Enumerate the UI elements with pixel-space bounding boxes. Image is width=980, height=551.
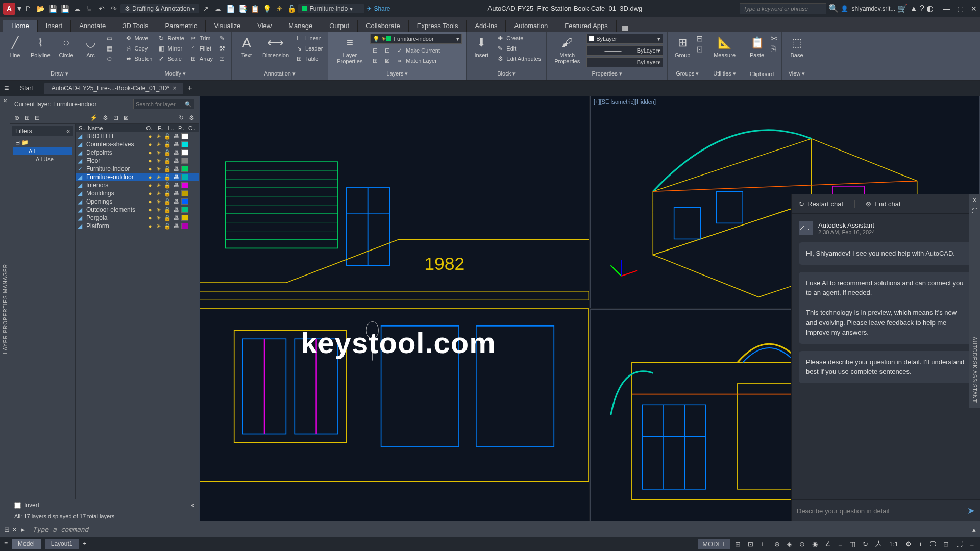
cart-icon[interactable]: 🛒 [897,4,908,13]
tab-parametric[interactable]: Parametric [157,20,206,32]
measure-button[interactable]: 📐Measure [712,34,738,59]
plot-icon[interactable]: 🖶 [173,198,180,205]
lock-icon[interactable]: 🔓 [164,215,171,221]
panel-label[interactable]: Properties ▾ [551,69,663,78]
lock-icon[interactable]: 🔓 [164,174,171,181]
layer-row[interactable]: ◢ Mouldings ● ☀ 🔓 🖶 [76,189,199,197]
plot-icon[interactable]: 🖶 [173,166,180,172]
layer-row[interactable]: ◢ Defpoints ● ☀ 🔓 🖶 [76,148,199,157]
plot-icon[interactable]: 🖶 [173,141,180,147]
start-tab[interactable]: Start [13,83,40,94]
tree-root[interactable]: ⊟ 📁 [13,138,72,147]
freeze-icon[interactable]: ☀ [155,133,162,140]
freeze-icon[interactable]: ☀ [155,182,162,189]
save-icon[interactable]: 💾 [48,4,57,13]
close-icon[interactable]: ✕ [972,197,977,204]
on-icon[interactable]: ● [146,190,154,196]
move-button[interactable]: ✥Move [124,34,154,43]
scale-button[interactable]: ⤢Scale [156,54,185,63]
share-icon[interactable]: ↗ [201,4,210,13]
tab-automation[interactable]: Automation [506,20,556,32]
layer-state2-icon[interactable]: ⚙ [103,114,108,121]
ortho-icon[interactable]: ∟ [758,540,769,548]
polar-icon[interactable]: ⊕ [772,540,782,548]
plot-icon[interactable]: 🖶 [173,182,180,188]
color-swatch[interactable] [181,141,188,147]
layer-row[interactable]: ◢ Pergola ● ☀ 🔓 🖶 [76,214,199,222]
menu-icon[interactable]: ≡ [4,84,9,93]
color-swatch[interactable] [181,166,188,172]
plot-icon[interactable]: 🖶 [173,149,180,156]
table-button[interactable]: ⊞Table [294,54,324,63]
create-button[interactable]: ✚Create [495,34,542,43]
panel-label[interactable]: Annotation ▾ [236,69,324,78]
transparency-icon[interactable]: ◫ [847,540,857,548]
workspace-selector[interactable]: ⚙ Drafting & Annotation ▾ [120,4,199,13]
plot-icon[interactable]: 🖶 [173,174,180,180]
lock-icon[interactable]: 🔓 [164,198,171,205]
freeze-icon[interactable]: ☀ [155,149,162,156]
plus-icon[interactable]: + [917,540,925,548]
layer-search-input[interactable]: Search for layer🔍 [133,99,194,109]
insert-button[interactable]: ⬇Insert [471,34,492,59]
lock-icon[interactable]: 🔓 [287,4,296,13]
tab-collaborate[interactable]: Collaborate [358,20,409,32]
panel-label[interactable]: Draw ▾ [4,69,115,78]
layer-row[interactable]: ◢ Furniture-outdoor ● ☀ 🔓 🖶 [76,173,199,181]
layer-state-icon[interactable]: ⚡ [90,114,97,121]
array-button[interactable]: ⊞Array [188,54,214,63]
lock-icon[interactable]: 🔓 [164,133,171,140]
tab-manage[interactable]: Manage [280,20,321,32]
plot-icon[interactable]: 🖶 [173,190,180,196]
panel-label[interactable]: Groups ▾ [672,69,703,78]
on-icon[interactable]: ● [146,207,154,213]
help-search-input[interactable]: Type a keyword or phrase [740,3,826,14]
tab-annotate[interactable]: Annotate [71,20,114,32]
ly4[interactable]: ⊠ [382,56,393,65]
saveas-icon[interactable]: 💾 [60,4,69,13]
plot-icon[interactable]: 🖶 [85,4,94,13]
base-button[interactable]: ⬚Base [786,34,807,59]
model-tab[interactable]: Model [12,539,41,549]
panel-label[interactable]: Clipboard [746,70,777,78]
tab-featuredapps[interactable]: Featured Apps [556,20,617,32]
freeze-icon[interactable]: ☀ [155,158,162,164]
g1-icon[interactable]: ⊟ [696,34,703,43]
lock-icon[interactable]: 🔓 [164,223,171,230]
clean-icon[interactable]: ⛶ [954,540,965,548]
layer-row[interactable]: ◢ Openings ● ☀ 🔓 🖶 [76,197,199,206]
hw-icon[interactable]: ⊡ [941,540,951,548]
model-space-label[interactable]: MODEL [698,539,730,549]
cmd-close-icon[interactable]: ⊟ ✕ [4,525,17,533]
new-icon[interactable]: 🗋 [23,4,33,13]
file-tab[interactable]: AutoCAD-FY25_Fire-...-Book-Cafe_01_3D*× [44,83,183,94]
freeze-icon[interactable]: ☀ [155,223,162,230]
on-icon[interactable]: ● [146,149,154,156]
ellipse-button[interactable]: ⬭ [105,54,115,63]
custom-icon[interactable]: ≡ [968,540,976,548]
plot-icon[interactable]: 🖶 [173,223,180,229]
snap-icon[interactable]: ⊡ [746,540,755,548]
on-icon[interactable]: ● [146,141,154,147]
line-button[interactable]: ╱Line [4,34,26,59]
menu-dropdown-icon[interactable]: ▾ [17,4,21,13]
arc-button[interactable]: ◡Arc [80,34,102,59]
plot-icon[interactable]: 🖶 [173,158,180,164]
plot-icon[interactable]: 🖶 [173,215,180,221]
color-swatch[interactable] [181,149,188,156]
extra-icon[interactable]: ◐ [926,4,934,13]
doc-icon[interactable]: 📄 [226,4,235,13]
leader-button[interactable]: ↘Leader [294,44,324,53]
g2-icon[interactable]: ⊡ [696,44,703,54]
ly2[interactable]: ⊞ [370,56,380,65]
paste-button[interactable]: 📋Paste [746,34,768,59]
color-swatch[interactable] [181,182,188,188]
maximize-button[interactable]: ▢ [957,5,964,13]
panel-label[interactable]: Block ▾ [471,69,542,78]
rect-button[interactable]: ▭ [105,34,115,43]
fillet-button[interactable]: ◜Fillet [188,44,214,53]
layer-dropdown[interactable]: 💡 ☀ Furniture-indoor▾ [370,34,462,44]
doc3-icon[interactable]: 📋 [250,4,259,13]
delete-layer-icon[interactable]: ⊟ [35,114,40,121]
lock-icon[interactable]: 🔓 [164,149,171,156]
